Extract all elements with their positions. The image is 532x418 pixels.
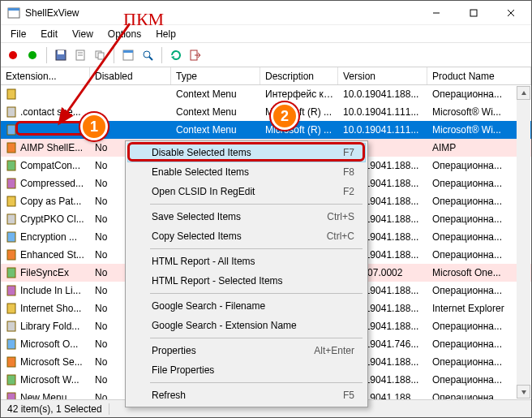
cell-product: Операционна... xyxy=(427,212,531,226)
svg-rect-24 xyxy=(7,143,15,153)
file-icon xyxy=(6,142,17,153)
file-icon xyxy=(6,267,17,278)
context-menu-separator xyxy=(150,248,363,249)
context-menu-item[interactable]: Google Search - Filename xyxy=(127,296,366,316)
svg-rect-29 xyxy=(7,232,15,242)
context-menu-separator xyxy=(150,204,363,205)
context-menu-item[interactable]: File Properties xyxy=(127,360,366,380)
context-menu-label: Google Search - Extension Name xyxy=(152,320,297,331)
cell-extension: Compressed... xyxy=(20,178,84,189)
cell-product: Операционна... xyxy=(427,230,531,244)
annotation-rect-2 xyxy=(127,142,365,162)
vertical-scrollbar[interactable] xyxy=(517,86,530,399)
svg-marker-40 xyxy=(521,390,526,394)
cell-extension: Microsoft W... xyxy=(20,374,79,386)
cell-product: Internet Explorer xyxy=(427,301,531,316)
refresh-icon[interactable] xyxy=(169,48,183,62)
scroll-down-button[interactable] xyxy=(517,385,530,399)
close-button[interactable] xyxy=(492,1,530,25)
cell-product: Операционна... xyxy=(427,355,531,369)
red-dot-icon[interactable] xyxy=(6,48,20,62)
file-icon xyxy=(6,106,17,118)
svg-point-6 xyxy=(9,51,17,59)
context-menu[interactable]: Disable Selected ItemsF7Enable Selected … xyxy=(125,140,368,407)
context-menu-shortcut: Ctrl+C xyxy=(327,231,354,242)
file-icon xyxy=(6,285,17,296)
col-product[interactable]: Product Name xyxy=(427,67,531,84)
svg-rect-3 xyxy=(470,10,477,16)
annotation-badge-2: 2 xyxy=(271,102,298,130)
app-icon xyxy=(7,6,20,19)
window-title: ShellExView xyxy=(25,7,418,19)
context-menu-item[interactable]: HTML Report - All Items xyxy=(127,252,366,271)
svg-rect-38 xyxy=(7,393,15,399)
file-icon xyxy=(6,231,17,243)
context-menu-item[interactable]: Copy Selected ItemsCtrl+C xyxy=(127,226,366,246)
cell-product: AIMP xyxy=(427,140,531,155)
context-menu-item[interactable]: HTML Report - Selected Items xyxy=(127,271,366,291)
context-menu-item[interactable]: Open CLSID In RegEditF2 xyxy=(127,182,366,201)
svg-rect-23 xyxy=(7,125,15,135)
context-menu-label: Enable Selected Items xyxy=(152,166,249,178)
context-menu-shortcut: Alt+Enter xyxy=(314,345,354,356)
cell-product: Операционна... xyxy=(427,390,531,399)
context-menu-label: Open CLSID In RegEdit xyxy=(152,186,255,197)
toolbar-separator xyxy=(161,47,162,63)
file-icon xyxy=(6,374,17,386)
file-icon xyxy=(6,303,17,314)
svg-rect-21 xyxy=(7,89,15,99)
context-menu-label: HTML Report - Selected Items xyxy=(152,275,283,287)
cell-product: Операционна... xyxy=(427,87,531,101)
annotation-label: ПКМ xyxy=(123,9,164,30)
cell-extension: Library Fold... xyxy=(20,321,79,332)
cell-extension: FileSyncEx xyxy=(20,267,69,278)
svg-rect-26 xyxy=(7,179,15,188)
file-icon xyxy=(6,321,17,332)
status-text: 42 item(s), 1 Selected xyxy=(7,403,109,415)
context-menu-item[interactable]: Google Search - Extension Name xyxy=(127,316,366,335)
green-dot-icon[interactable] xyxy=(25,48,40,62)
cell-type: Context Menu xyxy=(171,87,260,101)
context-menu-separator xyxy=(150,338,363,338)
annotation-rect-1 xyxy=(15,121,91,136)
cell-product: Операционна... xyxy=(427,194,531,209)
context-menu-item[interactable]: Enable Selected ItemsF8 xyxy=(127,162,366,182)
cell-product: Microsoft® Wi... xyxy=(427,105,531,119)
svg-line-42 xyxy=(59,24,130,123)
cell-product: Операционна... xyxy=(427,176,531,191)
context-menu-item[interactable]: PropertiesAlt+Enter xyxy=(127,341,366,360)
cell-product: Microsoft One... xyxy=(427,265,531,280)
exit-icon[interactable] xyxy=(188,48,203,62)
context-menu-item[interactable]: Save Selected ItemsCtrl+S xyxy=(127,207,366,226)
annotation-badge-1: 1 xyxy=(80,113,108,140)
maximize-button[interactable] xyxy=(455,1,492,25)
minimize-button[interactable] xyxy=(418,1,455,25)
cell-description: Интерфейс кэ... xyxy=(260,87,338,101)
scroll-up-button[interactable] xyxy=(517,86,530,100)
context-menu-shortcut: F8 xyxy=(343,166,354,178)
svg-rect-28 xyxy=(7,214,15,224)
col-description[interactable]: Description xyxy=(260,67,338,84)
cell-extension: New Menu ... xyxy=(20,392,78,399)
svg-rect-1 xyxy=(8,8,19,11)
file-icon xyxy=(6,213,17,225)
file-icon xyxy=(6,249,17,261)
cell-extension: Copy as Pat... xyxy=(20,196,81,207)
cell-product: Операционна... xyxy=(427,283,531,298)
context-menu-separator xyxy=(150,382,363,383)
cell-type: Context Menu xyxy=(171,105,260,119)
context-menu-item[interactable]: RefreshF5 xyxy=(127,386,366,405)
cell-extension: Include In Li... xyxy=(20,285,81,296)
context-menu-label: Google Search - Filename xyxy=(152,300,265,312)
cell-description: Microsoft (R) ... xyxy=(260,123,338,137)
col-version[interactable]: Version xyxy=(338,67,427,84)
context-menu-shortcut: F2 xyxy=(343,186,354,197)
col-type[interactable]: Type xyxy=(171,67,260,84)
svg-point-7 xyxy=(28,51,36,59)
svg-rect-30 xyxy=(7,250,15,260)
context-menu-separator xyxy=(150,293,363,294)
menu-file[interactable]: File xyxy=(4,27,32,41)
cell-product: Операционна... xyxy=(427,319,531,334)
cell-type: Context Menu xyxy=(171,123,260,137)
cell-extension: Microsoft Se... xyxy=(20,356,83,368)
